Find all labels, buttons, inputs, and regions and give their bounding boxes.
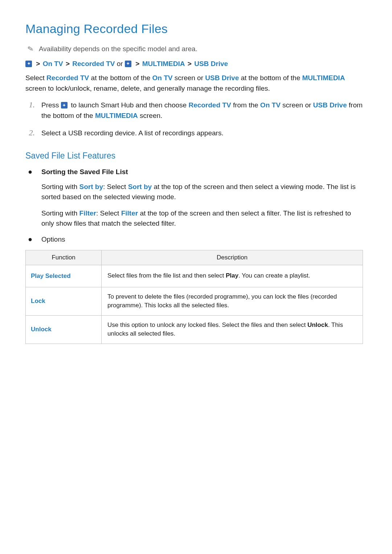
keyword: MULTIMEDIA — [95, 112, 138, 119]
breadcrumb-bar: > On TV > Recorded TV or > MULTIMEDIA > … — [25, 60, 363, 68]
smart-hub-icon — [61, 102, 68, 108]
function-description: Use this option to unlock any locked fil… — [102, 315, 363, 344]
step-item: 1. Press to launch Smart Hub and then ch… — [25, 100, 363, 121]
keyword: Recorded TV — [46, 74, 89, 82]
note-text: Availability depends on the specific mod… — [39, 45, 197, 53]
steps-list: 1. Press to launch Smart Hub and then ch… — [25, 100, 363, 139]
table-header-row: Function Description — [26, 250, 363, 265]
text: . You can create a playlist. — [238, 272, 310, 279]
text: screen or — [173, 74, 205, 82]
smart-hub-icon — [125, 61, 131, 67]
keyword: Recorded TV — [188, 101, 231, 109]
keyword: Sort by — [128, 183, 152, 190]
text: from the — [231, 101, 260, 109]
bullet-icon: ● — [25, 167, 35, 176]
breadcrumb-sep: > — [188, 60, 192, 67]
text: Sorting with — [41, 209, 79, 217]
step-body: Press to launch Smart Hub and then choos… — [41, 100, 363, 121]
keyword: On TV — [260, 101, 281, 109]
table-row: Lock To prevent to delete the files (rec… — [26, 287, 363, 315]
function-name: Play Selected — [26, 265, 102, 287]
breadcrumb-sep: > — [66, 60, 70, 67]
column-header-function: Function — [26, 250, 102, 265]
keyword: USB Drive — [313, 101, 347, 109]
text: at the bottom of the — [239, 74, 302, 82]
keyword: Unlock — [307, 321, 328, 328]
text: at the bottom of the — [89, 74, 152, 82]
breadcrumb-item: Recorded TV — [72, 60, 115, 67]
keyword: Play — [226, 272, 238, 279]
function-description: To prevent to delete the files (recorded… — [102, 287, 363, 315]
step-number: 1. — [25, 100, 35, 121]
step-body: Select a USB recording device. A list of… — [41, 128, 224, 139]
keyword: Filter — [121, 209, 138, 217]
keyword: On TV — [152, 74, 173, 82]
breadcrumb-sep: > — [36, 60, 40, 67]
breadcrumb-item: USB Drive — [194, 60, 228, 67]
text: to launch Smart Hub and then choose — [69, 101, 189, 109]
keyword: Sort by — [79, 183, 103, 190]
document-page: Managing Recorded Files ✎ Availability d… — [0, 0, 392, 366]
step-item: 2. Select a USB recording device. A list… — [25, 128, 363, 139]
features-list: ● Sorting the Saved File List Sorting wi… — [25, 167, 363, 243]
text: : Select — [96, 209, 121, 217]
text: screen to lock/unlock, rename, delete, a… — [25, 85, 270, 92]
page-title: Managing Recorded Files — [25, 22, 363, 36]
text: Use this option to unlock any locked fil… — [107, 321, 307, 328]
keyword: MULTIMEDIA — [302, 74, 345, 82]
breadcrumb-or: or — [117, 60, 123, 67]
table-row: Unlock Use this option to unlock any loc… — [26, 315, 363, 344]
feature-item-sorting: ● Sorting the Saved File List Sorting wi… — [25, 167, 363, 229]
keyword: USB Drive — [205, 74, 239, 82]
step-number: 2. — [25, 128, 35, 139]
feature-text: Sorting with Filter: Select Filter at th… — [41, 208, 363, 229]
section-heading: Saved File List Features — [25, 151, 363, 161]
breadcrumb-sep: > — [135, 60, 139, 67]
bullet-icon: ● — [25, 235, 35, 243]
feature-text: Sorting with Sort by: Select Sort by at … — [41, 182, 363, 202]
feature-title: Options — [41, 235, 65, 243]
text: screen. — [138, 112, 163, 119]
keyword: Filter — [79, 209, 96, 217]
column-header-description: Description — [102, 250, 363, 265]
text: Press — [41, 101, 61, 109]
function-description: Select files from the file list and then… — [102, 265, 363, 287]
function-name: Unlock — [26, 315, 102, 344]
options-table: Function Description Play Selected Selec… — [25, 250, 363, 344]
breadcrumb-item: MULTIMEDIA — [142, 60, 185, 67]
function-name: Lock — [26, 287, 102, 315]
note-icon: ✎ — [27, 44, 34, 54]
text: Select files from the file list and then… — [107, 272, 226, 279]
text: Select — [25, 74, 46, 82]
feature-title: Sorting the Saved File List — [41, 168, 128, 176]
text: : Select — [103, 183, 128, 190]
breadcrumb-item: On TV — [43, 60, 63, 67]
intro-text: Select Recorded TV at the bottom of the … — [25, 73, 363, 94]
text: Sorting with — [41, 183, 79, 190]
smart-hub-icon — [25, 61, 32, 67]
feature-item-options: ● Options — [25, 235, 363, 243]
text: screen or — [281, 101, 313, 109]
availability-note: ✎ Availability depends on the specific m… — [25, 45, 363, 53]
table-row: Play Selected Select files from the file… — [26, 265, 363, 287]
